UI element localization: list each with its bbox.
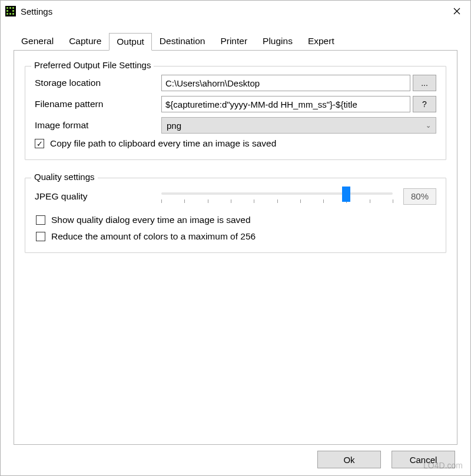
image-format-label: Image format bbox=[35, 120, 161, 131]
filename-pattern-label: Filename pattern bbox=[35, 99, 161, 109]
image-format-select[interactable]: png ⌄ bbox=[161, 117, 436, 134]
copy-clipboard-label: Copy file path to clipboard every time a… bbox=[50, 138, 276, 149]
show-quality-dialog-label: Show quality dialog every time an image … bbox=[51, 215, 251, 225]
tab-destination[interactable]: Destination bbox=[152, 32, 213, 50]
quality-settings-legend: Quality settings bbox=[31, 172, 98, 182]
svg-rect-3 bbox=[12, 7, 14, 9]
window-title: Settings bbox=[21, 6, 443, 16]
output-file-group: Preferred Output File Settings Storage l… bbox=[25, 66, 446, 160]
dialog-buttons: Ok Cancel bbox=[14, 451, 457, 468]
jpeg-quality-label: JPEG quality bbox=[35, 191, 161, 202]
browse-button[interactable]: ... bbox=[413, 75, 436, 91]
tab-general[interactable]: General bbox=[14, 32, 61, 50]
quality-settings-group: Quality settings JPEG quality bbox=[25, 178, 446, 253]
ok-button[interactable]: Ok bbox=[317, 451, 381, 468]
slider-thumb[interactable] bbox=[342, 187, 350, 202]
output-file-legend: Preferred Output File Settings bbox=[31, 60, 154, 70]
titlebar: Settings bbox=[1, 1, 470, 22]
svg-rect-6 bbox=[6, 13, 8, 15]
app-icon bbox=[5, 6, 16, 16]
storage-location-label: Storage location bbox=[35, 78, 161, 88]
pattern-help-button[interactable]: ? bbox=[413, 96, 436, 112]
chevron-down-icon: ⌄ bbox=[426, 122, 431, 129]
image-format-value: png bbox=[167, 121, 181, 131]
jpeg-quality-value: 80% bbox=[403, 188, 436, 205]
jpeg-quality-slider[interactable] bbox=[161, 187, 393, 207]
storage-location-input[interactable] bbox=[161, 75, 410, 91]
tab-output[interactable]: Output bbox=[109, 33, 152, 51]
close-icon bbox=[453, 8, 460, 15]
reduce-colors-checkbox[interactable] bbox=[36, 232, 45, 241]
tab-plugins[interactable]: Plugins bbox=[255, 32, 300, 50]
svg-rect-5 bbox=[12, 10, 14, 12]
svg-rect-7 bbox=[9, 13, 11, 15]
copy-clipboard-checkbox[interactable] bbox=[35, 139, 44, 148]
reduce-colors-label: Reduce the amount of colors to a maximum… bbox=[51, 231, 256, 242]
close-button[interactable] bbox=[443, 1, 470, 22]
svg-rect-4 bbox=[6, 10, 8, 12]
svg-rect-1 bbox=[6, 7, 8, 9]
show-quality-dialog-checkbox[interactable] bbox=[36, 215, 45, 225]
tab-capture[interactable]: Capture bbox=[61, 32, 109, 50]
tab-strip: General Capture Output Destination Print… bbox=[14, 32, 457, 50]
svg-rect-8 bbox=[12, 13, 14, 15]
svg-rect-2 bbox=[9, 7, 11, 9]
settings-window: Settings General Capture Output Destinat… bbox=[0, 0, 471, 476]
tab-printer[interactable]: Printer bbox=[213, 32, 255, 50]
tab-panel-output: Preferred Output File Settings Storage l… bbox=[14, 50, 457, 445]
tab-expert[interactable]: Expert bbox=[300, 32, 342, 50]
cancel-button[interactable]: Cancel bbox=[392, 451, 455, 468]
svg-marker-11 bbox=[342, 187, 350, 202]
filename-pattern-input[interactable] bbox=[161, 96, 410, 112]
content-area: General Capture Output Destination Print… bbox=[1, 22, 470, 475]
